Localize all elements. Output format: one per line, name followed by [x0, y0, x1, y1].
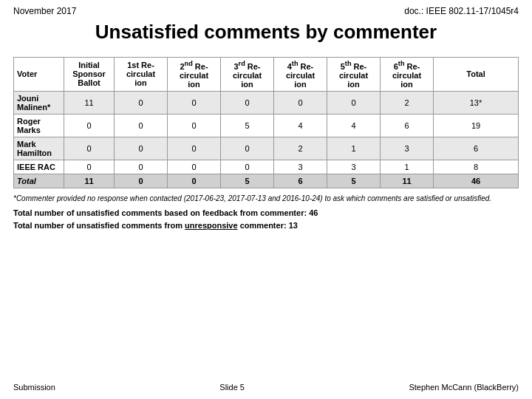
cell-re4: 2: [274, 137, 327, 160]
cell-re5: 3: [327, 160, 381, 174]
cell-re6: 6: [381, 114, 434, 137]
data-table: Voter InitialSponsorBallot 1st Re-circul…: [13, 57, 519, 188]
cell-re4: 6: [274, 174, 327, 188]
footer: Submission Slide 5 Stephen McCann (Black…: [0, 383, 532, 392]
col-header-re6: 6th Re-circulation: [381, 58, 434, 92]
cell-re1: 0: [115, 114, 168, 137]
table-row: Mark Hamilton00002136: [14, 137, 519, 160]
cell-total: 46: [434, 174, 519, 188]
cell-re1: 0: [115, 160, 168, 174]
cell-voter: Mark Hamilton: [14, 137, 64, 160]
table-row: IEEE RAC00003318: [14, 160, 519, 174]
cell-re2: 0: [168, 174, 221, 188]
cell-initial: 11: [64, 174, 115, 188]
cell-re1: 0: [115, 91, 168, 114]
cell-re3: 5: [221, 174, 274, 188]
footer-right: Stephen McCann (BlackBerry): [409, 383, 519, 392]
cell-re4: 4: [274, 114, 327, 137]
cell-re4: 0: [274, 91, 327, 114]
col-header-total: Total: [434, 58, 519, 92]
cell-re1: 0: [115, 137, 168, 160]
cell-re3: 0: [221, 91, 274, 114]
cell-initial: 11: [64, 91, 115, 114]
cell-initial: 0: [64, 114, 115, 137]
cell-initial: 0: [64, 160, 115, 174]
cell-voter: Roger Marks: [14, 114, 64, 137]
cell-voter: IEEE RAC: [14, 160, 64, 174]
header-doc: doc.: IEEE 802.11-17/1045r4: [404, 6, 519, 16]
cell-re3: 0: [221, 137, 274, 160]
cell-re3: 0: [221, 160, 274, 174]
cell-re5: 1: [327, 137, 381, 160]
cell-re2: 0: [168, 114, 221, 137]
cell-total: 13*: [434, 91, 519, 114]
col-header-re3: 3rd Re-circulation: [221, 58, 274, 92]
cell-re2: 0: [168, 137, 221, 160]
col-header-re5: 5th Re-circulation: [327, 58, 381, 92]
summary-line1: Total number of unsatisfied comments bas…: [13, 207, 519, 220]
cell-re3: 5: [221, 114, 274, 137]
cell-re5: 4: [327, 114, 381, 137]
footnote-text: *Commenter provided no response when con…: [0, 188, 532, 202]
col-header-voter: Voter: [14, 58, 64, 92]
footer-left: Submission: [13, 383, 55, 392]
cell-re6: 1: [381, 160, 434, 174]
header-date: November 2017: [13, 6, 76, 16]
cell-re5: 5: [327, 174, 381, 188]
table-row: Total11005651146: [14, 174, 519, 188]
col-header-re2: 2nd Re-circulation: [168, 58, 221, 92]
cell-voter: Jouni Malinen*: [14, 91, 64, 114]
footer-center: Slide 5: [219, 383, 245, 392]
cell-initial: 0: [64, 137, 115, 160]
col-header-re1: 1st Re-circulation: [115, 58, 168, 92]
cell-re5: 0: [327, 91, 381, 114]
cell-total: 8: [434, 160, 519, 174]
col-header-re4: 4th Re-circulation: [274, 58, 327, 92]
page-title: Unsatisfied comments by commenter: [0, 21, 532, 44]
cell-voter: Total: [14, 174, 64, 188]
cell-total: 6: [434, 137, 519, 160]
cell-re1: 0: [115, 174, 168, 188]
table-row: Roger Marks000544619: [14, 114, 519, 137]
cell-re6: 3: [381, 137, 434, 160]
summary-line2: Total number of unsatisfied comments fro…: [13, 219, 519, 233]
cell-re2: 0: [168, 91, 221, 114]
cell-re4: 3: [274, 160, 327, 174]
cell-re6: 2: [381, 91, 434, 114]
cell-total: 19: [434, 114, 519, 137]
col-header-initial: InitialSponsorBallot: [64, 58, 115, 92]
cell-re2: 0: [168, 160, 221, 174]
summary-text: Total number of unsatisfied comments bas…: [0, 202, 532, 233]
table-row: Jouni Malinen*1100000213*: [14, 91, 519, 114]
cell-re6: 11: [381, 174, 434, 188]
